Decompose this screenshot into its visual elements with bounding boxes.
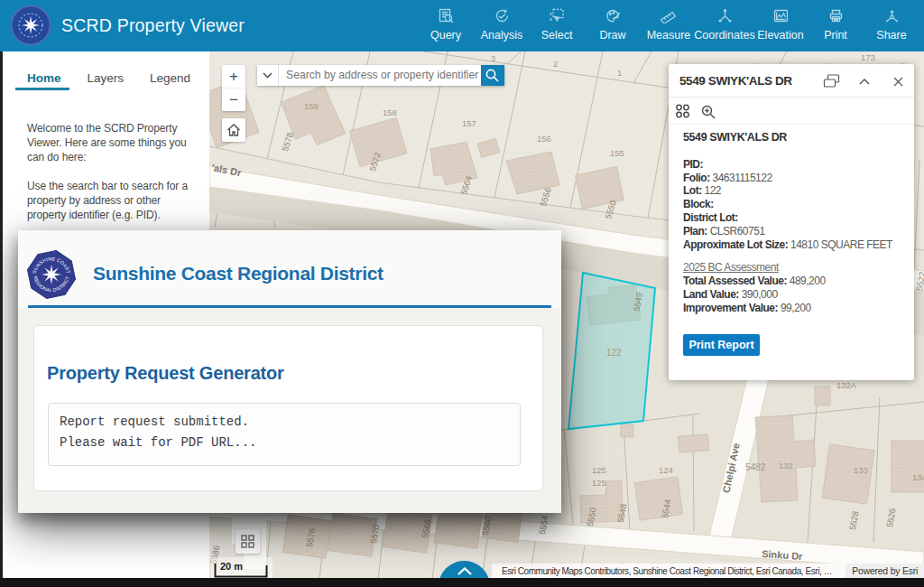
svg-text:158: 158: [383, 107, 397, 117]
svg-text:1: 1: [617, 68, 622, 78]
svg-text:122: 122: [606, 348, 622, 358]
svg-text:156: 156: [537, 134, 551, 144]
svg-text:124: 124: [659, 465, 673, 475]
svg-text:133: 133: [854, 465, 868, 475]
svg-text:157: 157: [462, 118, 476, 128]
svg-text:132: 132: [779, 461, 793, 471]
svg-text:173: 173: [861, 52, 875, 62]
svg-text:5482: 5482: [745, 462, 766, 472]
svg-text:125: 125: [592, 478, 606, 488]
svg-text:155: 155: [610, 148, 624, 158]
svg-text:3: 3: [491, 53, 495, 63]
svg-text:134: 134: [912, 472, 924, 482]
svg-text:2: 2: [553, 59, 558, 69]
svg-text:159: 159: [304, 101, 319, 111]
svg-text:125: 125: [592, 465, 606, 475]
svg-text:132A: 132A: [836, 380, 857, 390]
